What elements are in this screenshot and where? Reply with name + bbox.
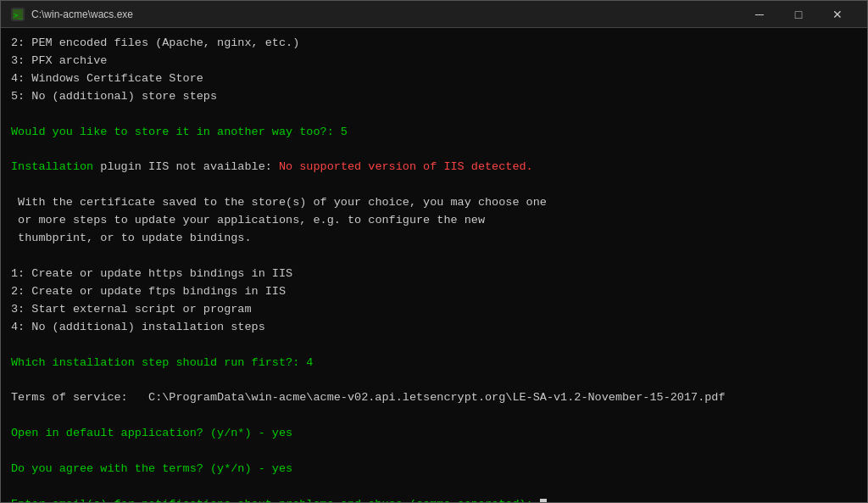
output-line-19: Which installation step should run first… [11,355,857,372]
output-line-15: 2: Create or update ftps bindings in IIS [11,283,857,301]
svg-text:>_: >_ [14,11,23,20]
output-line-14: 1: Create or update https bindings in II… [11,265,857,283]
window-title: C:\win-acme\wacs.exe [31,8,740,20]
output-line-16: 3: Start external script or program [11,301,857,319]
output-line-26 [11,478,857,496]
output-line-20 [11,372,857,390]
output-line-24 [11,443,857,461]
close-button[interactable]: ✕ [818,1,857,28]
output-line-2: 3: PFX archive [11,53,857,70]
output-line-3: 4: Windows Certificate Store [11,70,857,88]
output-line-9 [11,176,857,194]
output-line-8: Installation plugin IIS not available: N… [11,159,857,176]
output-line-5 [11,106,857,124]
minimize-button[interactable]: ─ [740,1,779,28]
output-line-13 [11,248,857,265]
installation-label: Installation [11,160,93,173]
maximize-button[interactable]: □ [779,1,818,28]
output-line-1: 2: PEM encoded files (Apache, nginx, etc… [11,35,857,53]
titlebar: >_ C:\win-acme\wacs.exe ─ □ ✕ [1,1,867,28]
app-icon: >_ [11,8,25,21]
output-line-12: thumbprint, or to update bindings. [11,230,857,248]
terminal-output[interactable]: 2: PEM encoded files (Apache, nginx, etc… [1,28,867,502]
output-line-25: Do you agree with the terms? (y*/n) - ye… [11,461,857,478]
output-line-18 [11,337,857,355]
output-line-23: Open in default application? (y/n*) - ye… [11,425,857,443]
output-line-4: 5: No (additional) store steps [11,88,857,106]
plugin-text: plugin IIS not available: [93,160,279,173]
output-line-17: 4: No (additional) installation steps [11,319,857,337]
output-line-27: Enter email(s) for notifications about p… [11,496,857,502]
terminal-window: >_ C:\win-acme\wacs.exe ─ □ ✕ 2: PEM enc… [0,0,868,503]
window-controls: ─ □ ✕ [740,1,857,28]
output-line-22 [11,407,857,425]
output-line-11: or more steps to update your application… [11,212,857,230]
output-line-10: With the certificate saved to the store(… [11,194,857,212]
output-line-21: Terms of service: C:\ProgramData\win-acm… [11,389,857,407]
cursor-blink [540,499,547,502]
output-line-6: Would you like to store it in another wa… [11,124,857,142]
error-text: No supported version of IIS detected. [279,160,533,173]
output-line-7 [11,142,857,159]
